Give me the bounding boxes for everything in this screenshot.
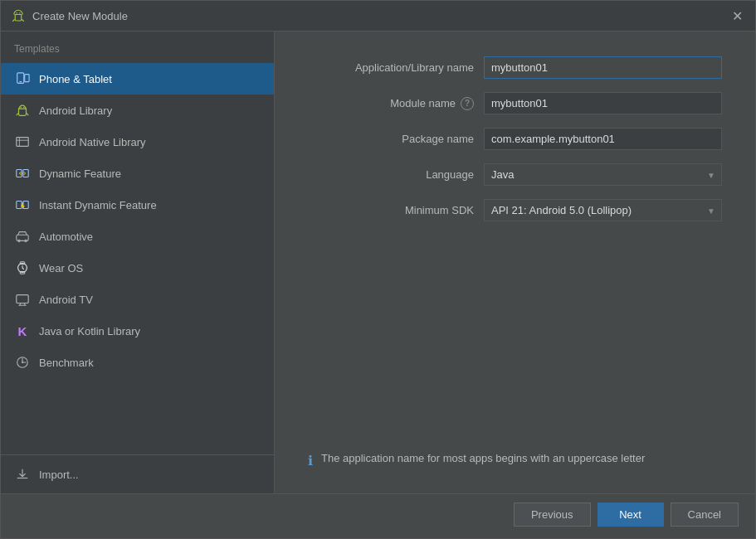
svg-point-6 (23, 107, 24, 108)
import-label: Import... (39, 469, 79, 481)
android-tv-icon (14, 291, 31, 308)
import-icon (14, 466, 31, 483)
content-area: Templates Phone & Tablet (1, 32, 755, 493)
sidebar-item-android-library-label: Android Library (39, 104, 112, 117)
min-sdk-select-wrapper: API 21: Android 5.0 (Lollipop) API 26: A… (484, 199, 722, 221)
sidebar-item-wear-os-label: Wear OS (39, 262, 83, 274)
sidebar-item-android-native[interactable]: Android Native Library (1, 126, 274, 158)
main-panel: Application/Library name Module name ? P… (275, 32, 755, 493)
min-sdk-select[interactable]: API 21: Android 5.0 (Lollipop) API 26: A… (484, 199, 722, 221)
previous-button[interactable]: Previous (514, 503, 591, 527)
svg-rect-7 (17, 138, 28, 147)
instant-dynamic-icon (14, 197, 31, 213)
sidebar-item-kotlin-library-label: Java or Kotlin Library (39, 325, 140, 337)
title-bar: Create New Module ✕ (1, 1, 755, 32)
sidebar-item-instant-dynamic-label: Instant Dynamic Feature (39, 199, 157, 211)
svg-rect-20 (17, 295, 28, 303)
sidebar-item-automotive-label: Automotive (39, 231, 93, 243)
sidebar-item-benchmark[interactable]: Benchmark (1, 347, 274, 378)
cancel-button[interactable]: Cancel (671, 503, 739, 527)
sidebar-footer: Import... (1, 454, 274, 493)
sidebar-item-wear-os[interactable]: Wear OS (1, 252, 274, 284)
dialog: Create New Module ✕ Templates Phone & Ta… (0, 0, 756, 539)
sidebar-item-kotlin-library[interactable]: K Java or Kotlin Library (1, 315, 274, 347)
app-name-input[interactable] (484, 56, 722, 79)
phone-tablet-icon (14, 70, 31, 87)
sidebar-item-instant-dynamic[interactable]: Instant Dynamic Feature (1, 189, 274, 221)
language-select[interactable]: Java Kotlin (484, 163, 722, 186)
language-label: Language (308, 168, 474, 181)
svg-rect-12 (17, 202, 22, 209)
package-name-label: Package name (308, 133, 474, 145)
sidebar-item-benchmark-label: Benchmark (39, 357, 94, 369)
svg-rect-13 (23, 202, 28, 209)
svg-point-5 (20, 107, 21, 108)
sidebar-item-phone-tablet[interactable]: Phone & Tablet (1, 63, 274, 95)
svg-rect-3 (25, 75, 29, 82)
wear-os-icon (14, 260, 31, 276)
title-bar-left: Create New Module (11, 8, 128, 23)
android-native-icon (14, 134, 31, 150)
module-name-help-icon[interactable]: ? (461, 97, 474, 110)
kotlin-icon: K (14, 323, 31, 339)
android-logo-icon (11, 8, 26, 23)
module-name-label: Module name ? (308, 97, 474, 110)
sidebar-item-dynamic-feature[interactable]: Dynamic Feature (1, 158, 274, 189)
app-name-label: Application/Library name (308, 61, 474, 74)
form-grid: Application/Library name Module name ? P… (308, 56, 722, 221)
module-name-input[interactable] (484, 92, 722, 114)
svg-point-1 (19, 12, 21, 14)
sidebar-item-phone-tablet-label: Phone & Tablet (39, 73, 112, 85)
sidebar-item-android-tv[interactable]: Android TV (1, 284, 274, 315)
sidebar-item-import[interactable]: Import... (1, 459, 274, 490)
svg-point-25 (22, 362, 23, 363)
sidebar-item-android-tv-label: Android TV (39, 294, 93, 306)
sidebar-header: Templates (1, 32, 274, 63)
benchmark-icon (14, 354, 31, 371)
sidebar: Templates Phone & Tablet (1, 32, 275, 493)
svg-point-0 (16, 12, 17, 14)
sidebar-item-android-library[interactable]: Android Library (1, 95, 274, 126)
sidebar-item-automotive[interactable]: Automotive (1, 221, 274, 252)
info-box: ℹ The application name for most apps beg… (308, 435, 722, 477)
dialog-title: Create New Module (32, 10, 128, 22)
next-button[interactable]: Next (597, 503, 664, 527)
bottom-bar: Previous Next Cancel (1, 493, 755, 538)
close-button[interactable]: ✕ (729, 7, 745, 24)
info-text: The application name for most apps begin… (321, 452, 645, 464)
info-icon: ℹ (308, 453, 313, 469)
language-select-wrapper: Java Kotlin (484, 163, 722, 186)
dynamic-feature-icon (14, 165, 31, 182)
android-library-icon (14, 102, 31, 119)
package-name-input[interactable] (484, 128, 722, 150)
sidebar-item-dynamic-feature-label: Dynamic Feature (39, 168, 121, 180)
sidebar-item-android-native-label: Android Native Library (39, 136, 146, 148)
automotive-icon (14, 228, 31, 245)
min-sdk-label: Minimum SDK (308, 204, 474, 216)
